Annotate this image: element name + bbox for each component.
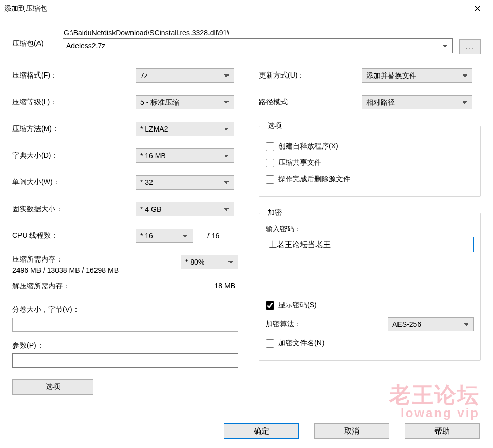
- delete-checkbox[interactable]: [266, 175, 274, 184]
- word-label: 单词大小(W)：: [12, 178, 136, 187]
- dict-label: 字典大小(D)：: [12, 151, 136, 160]
- word-combo[interactable]: * 32: [136, 175, 234, 190]
- method-combo[interactable]: * LZMA2: [136, 122, 234, 136]
- mem-value: 2496 MB / 13038 MB / 16298 MB: [12, 266, 181, 274]
- options-group: 选项 创建自释放程序(X) 压缩共享文件 操作完成后删除源文件: [259, 121, 481, 197]
- archive-path: G:\BaiduNetdiskDownload\SCinstall.res.33…: [63, 29, 453, 37]
- split-label: 分卷大小，字节(V)：: [12, 305, 238, 314]
- threads-label: CPU 线程数：: [12, 231, 136, 240]
- update-combo[interactable]: 添加并替换文件: [362, 68, 472, 83]
- pathmode-label: 路径模式: [259, 98, 362, 107]
- dict-combo[interactable]: * 16 MB: [136, 148, 234, 163]
- level-label: 压缩等级(L)：: [12, 98, 136, 107]
- split-combo[interactable]: [12, 318, 238, 332]
- sfx-checkbox[interactable]: [266, 142, 274, 151]
- enc-names-label: 加密文件名(N): [278, 339, 324, 348]
- solid-label: 固实数据大小：: [12, 204, 136, 214]
- format-label: 压缩格式(F)：: [12, 71, 136, 80]
- delete-label: 操作完成后删除源文件: [278, 175, 350, 184]
- decompress-value: 18 MB: [215, 282, 235, 291]
- show-password-checkbox[interactable]: [266, 301, 274, 310]
- shared-checkbox[interactable]: [266, 159, 274, 167]
- pathmode-combo[interactable]: 相对路径: [362, 95, 472, 109]
- method-label: 压缩方法(M)：: [12, 124, 136, 134]
- titlebar: 添加到压缩包 ✕: [0, 0, 493, 17]
- options-button[interactable]: 选项: [12, 379, 93, 395]
- archive-name-combo[interactable]: Adeless2.7z: [63, 38, 453, 53]
- enc-names-checkbox[interactable]: [266, 339, 274, 348]
- level-combo[interactable]: 5 - 标准压缩: [136, 95, 234, 109]
- browse-button[interactable]: ...: [459, 39, 481, 54]
- threads-combo[interactable]: * 16: [136, 229, 193, 243]
- sfx-label: 创建自释放程序(X): [278, 142, 338, 151]
- shared-label: 压缩共享文件: [278, 158, 321, 167]
- window-title: 添加到压缩包: [4, 4, 465, 13]
- encryption-legend: 加密: [266, 208, 284, 217]
- decompress-label: 解压缩所需内存：: [12, 282, 70, 291]
- options-legend: 选项: [266, 121, 284, 130]
- update-label: 更新方式(U)：: [259, 71, 362, 80]
- threads-total: / 16: [207, 232, 219, 240]
- mem-label: 压缩所需内存：: [12, 255, 181, 264]
- encryption-group: 加密 输入密码： 显示密码(S) 加密算法： AES-256 加密文件名(N): [259, 208, 481, 361]
- close-icon[interactable]: ✕: [465, 1, 489, 16]
- format-combo[interactable]: 7z: [136, 68, 234, 83]
- ok-button[interactable]: 确定: [224, 423, 299, 439]
- cancel-button[interactable]: 取消: [314, 423, 389, 439]
- help-button[interactable]: 帮助: [405, 423, 480, 439]
- solid-combo[interactable]: * 4 GB: [136, 202, 234, 216]
- password-label: 输入密码：: [266, 225, 474, 234]
- show-password-label: 显示密码(S): [278, 301, 317, 310]
- enc-alg-combo[interactable]: AES-256: [388, 317, 474, 331]
- enc-alg-label: 加密算法：: [266, 320, 388, 329]
- mem-ratio-combo[interactable]: * 80%: [181, 255, 238, 269]
- params-label: 参数(P)：: [12, 341, 238, 350]
- params-input[interactable]: [12, 353, 238, 368]
- archive-label: 压缩包(A): [12, 29, 56, 48]
- password-input[interactable]: [266, 237, 474, 252]
